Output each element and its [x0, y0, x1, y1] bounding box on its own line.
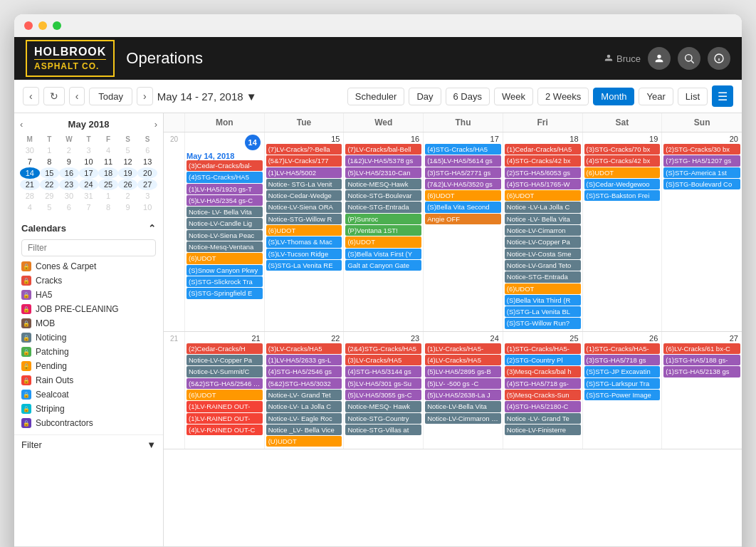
- calendar-item[interactable]: 🔒 Rain Outs: [14, 373, 163, 387]
- mini-cal-day[interactable]: 18: [98, 167, 118, 179]
- mini-cal-day[interactable]: 15: [40, 167, 60, 179]
- calendar-event[interactable]: (3)Cedar-Cracks/bal-: [187, 160, 263, 171]
- mini-cal-day[interactable]: 20: [137, 167, 157, 179]
- calendar-item[interactable]: 🔒 Cracks: [14, 274, 163, 288]
- calendar-event[interactable]: (S)STG-Willow Run?: [505, 318, 581, 328]
- cal-day-cell[interactable]: 20(2)STG-Cracks/30 bx(7)STG- HA5/1207 gs…: [662, 132, 742, 331]
- calendar-event[interactable]: (S)STG-Power Image: [584, 390, 661, 400]
- mini-cal-day[interactable]: 27: [137, 179, 157, 190]
- calendar-event[interactable]: (1)LV-Cracks/HA5-: [425, 343, 501, 354]
- mini-cal-day[interactable]: 5: [40, 202, 60, 213]
- calendar-event[interactable]: (3)STG-HA5/2771 gs: [425, 167, 501, 178]
- prev-period-btn[interactable]: ‹: [23, 87, 39, 105]
- calendar-item[interactable]: 🔒 Patching: [14, 345, 163, 359]
- cal-day-cell[interactable]: 19(3)STG-Cracks/70 bx(4)STG-Cracks/42 bx…: [583, 132, 663, 331]
- calendar-event[interactable]: (4)STG-HA5/1765-W: [505, 179, 581, 189]
- mini-cal-day[interactable]: 1: [98, 190, 118, 202]
- mini-cal-day[interactable]: 9: [118, 202, 138, 213]
- calendar-event[interactable]: (5)LV-HA5/2895 gs-B: [425, 366, 501, 377]
- mini-cal-day[interactable]: 7: [79, 202, 99, 213]
- calendar-event[interactable]: (S)Cedar-Wedgewoo: [584, 179, 661, 189]
- calendar-event[interactable]: (1)STG-Cracks/HA5-: [505, 343, 581, 354]
- calendar-event[interactable]: (2)Cedar-Cracks/H: [187, 343, 263, 354]
- calendar-event[interactable]: (3)LV-Cracks/HA5: [266, 343, 342, 354]
- mini-cal-day[interactable]: 22: [40, 179, 60, 190]
- year-btn[interactable]: Year: [639, 88, 673, 105]
- calendar-event[interactable]: (P)Sunroc: [345, 214, 421, 224]
- mini-cal-day[interactable]: 23: [59, 179, 79, 190]
- calendar-event[interactable]: Notice- STG-La Venit: [266, 179, 342, 189]
- calendar-event[interactable]: (3)STG-Cracks/70 bx: [584, 144, 661, 155]
- calendar-event[interactable]: (5)LV- -500 gs -C: [425, 378, 501, 389]
- calendar-event[interactable]: Notice-Mesq-Ventana: [187, 241, 263, 252]
- two-weeks-btn[interactable]: 2 Weeks: [537, 88, 589, 105]
- calendar-event[interactable]: Galt at Canyon Gate: [345, 260, 421, 271]
- calendar-event[interactable]: Notice -LV- Grand Te: [505, 413, 581, 424]
- user-link[interactable]: Bruce: [604, 53, 641, 64]
- calendar-event[interactable]: (4)STG-HA5/3144 gs: [345, 366, 421, 377]
- mini-cal-day[interactable]: 6: [137, 145, 157, 156]
- mini-cal-day[interactable]: 9: [59, 156, 79, 167]
- calendar-event[interactable]: (S)STG-America 1st: [663, 167, 740, 178]
- cal-day-cell[interactable]: 14May 14, 2018(3)Cedar-Cracks/bal-(4)STG…: [185, 132, 265, 331]
- calendar-event[interactable]: (6)UDOT: [345, 236, 421, 247]
- calendar-event[interactable]: (S)STG-La Venita BL: [505, 306, 581, 317]
- calendar-event[interactable]: (4)LV-Cracks/HA5: [425, 355, 501, 365]
- mini-cal-day[interactable]: 26: [118, 179, 138, 190]
- mini-cal-day[interactable]: 30: [59, 190, 79, 202]
- cal-day-cell[interactable]: 26(1)STG-Cracks/HA5-(3)STG-HA5/718 gs(S)…: [583, 332, 663, 449]
- mini-cal-day[interactable]: 8: [40, 156, 60, 167]
- cal-day-cell[interactable]: 22(3)LV-Cracks/HA5(1)LV-HA5/2633 gs-L(4)…: [265, 332, 345, 449]
- calendar-item[interactable]: 🔒 JOB PRE-CLEANING: [14, 302, 163, 316]
- calendar-event[interactable]: Notice-STG-Country: [345, 413, 421, 424]
- day-btn[interactable]: Day: [409, 88, 441, 105]
- mini-cal-day[interactable]: 31: [79, 190, 99, 202]
- minimize-btn[interactable]: [38, 21, 47, 30]
- mini-cal-day[interactable]: 6: [59, 202, 79, 213]
- calendar-event[interactable]: Notice-Cedar-Wedge: [266, 190, 342, 201]
- mini-cal-day[interactable]: 10: [79, 156, 99, 167]
- calendar-event[interactable]: Notice-LV-Bella Vita: [425, 401, 501, 412]
- mini-cal-day[interactable]: 7: [20, 156, 40, 167]
- calendar-event[interactable]: (5)LV-HA5/2310-Can: [345, 167, 421, 178]
- six-days-btn[interactable]: 6 Days: [446, 88, 490, 105]
- calendar-event[interactable]: (7&2)LV-HA5/3520 gs: [425, 179, 501, 189]
- mini-cal-day[interactable]: 29: [40, 190, 60, 202]
- filter-section[interactable]: Filter ▼: [14, 434, 163, 454]
- calendar-event[interactable]: (1)STG-HA5/188 gs-: [663, 355, 740, 365]
- calendar-event[interactable]: (S)STG-JP Excavatin: [584, 366, 661, 377]
- maximize-btn[interactable]: [53, 21, 61, 30]
- calendar-event[interactable]: (P)Ventana 1ST!: [345, 225, 421, 236]
- calendar-event[interactable]: (7)STG- HA5/1207 gs: [663, 155, 740, 166]
- calendar-event[interactable]: (S)STG-Slickrock Tra: [187, 276, 263, 287]
- calendar-event[interactable]: (S)STG-La Venita RE: [266, 260, 342, 271]
- mini-cal-day[interactable]: 11: [98, 156, 118, 167]
- calendar-event[interactable]: Notice-LV-Copper Pa: [505, 236, 581, 247]
- calendar-event[interactable]: (7)LV-Cracks/bal-Bell: [345, 144, 421, 155]
- today-btn[interactable]: Today: [89, 88, 132, 105]
- calendar-event[interactable]: (6)UDOT: [266, 225, 342, 236]
- calendar-event[interactable]: Notice-MESQ-Hawk: [345, 179, 421, 189]
- calendar-event[interactable]: (5&7)LV-Cracks/177: [266, 155, 342, 166]
- calendar-item[interactable]: 🔒 Subcontractors: [14, 416, 163, 430]
- calendar-event[interactable]: Notice-STG-Entrada: [345, 202, 421, 212]
- calendar-event[interactable]: (S)LV-Tucson Ridge: [266, 249, 342, 259]
- calendar-event[interactable]: Notice-LV- La Jolla C: [266, 401, 342, 412]
- info-icon[interactable]: [708, 47, 730, 70]
- week-btn[interactable]: Week: [494, 88, 533, 105]
- calendar-event[interactable]: (7)LV-Cracks/?-Bella: [266, 144, 342, 155]
- calendar-event[interactable]: Notice-LV-Cimmaron We: [425, 413, 501, 424]
- calendar-event[interactable]: (6)UDOT: [584, 167, 661, 178]
- calendar-event[interactable]: (S)STG-Bakston Frei: [584, 190, 661, 201]
- mini-cal-day[interactable]: 21: [20, 179, 40, 190]
- calendar-event[interactable]: (5)LV-HA5/301 gs-Su: [345, 378, 421, 389]
- mini-cal-day[interactable]: 10: [137, 202, 157, 213]
- calendar-event[interactable]: (1&5)LV-HA5/5614 gs: [425, 155, 501, 166]
- calendar-event[interactable]: (S)Bella Vita Third (R: [505, 295, 581, 306]
- calendar-event[interactable]: (6)UDOT: [425, 190, 501, 201]
- calendar-event[interactable]: (4)STG-Cracks/42 bx: [505, 155, 581, 166]
- cal-day-cell[interactable]: 23(2&4)STG-Cracks/HA5(3)LV-Cracks/HA5(4)…: [344, 332, 424, 449]
- calendar-event[interactable]: Notice-STG-Boulevar: [345, 190, 421, 201]
- calendar-event[interactable]: (5)LV-HA5/2354 gs-C: [187, 195, 263, 206]
- calendar-event[interactable]: (1)STG-Cracks/HA5-: [584, 343, 661, 354]
